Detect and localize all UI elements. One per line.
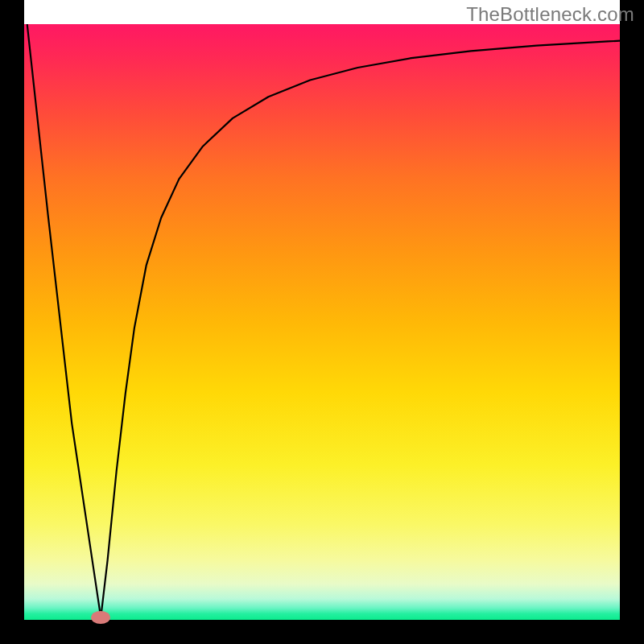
plot-area <box>24 24 620 620</box>
axis-border-right <box>620 0 644 644</box>
watermark-text: TheBottleneck.com <box>466 3 634 26</box>
axis-border-left <box>0 0 24 644</box>
minimum-marker <box>91 611 110 624</box>
chart-container: TheBottleneck.com <box>0 0 644 644</box>
